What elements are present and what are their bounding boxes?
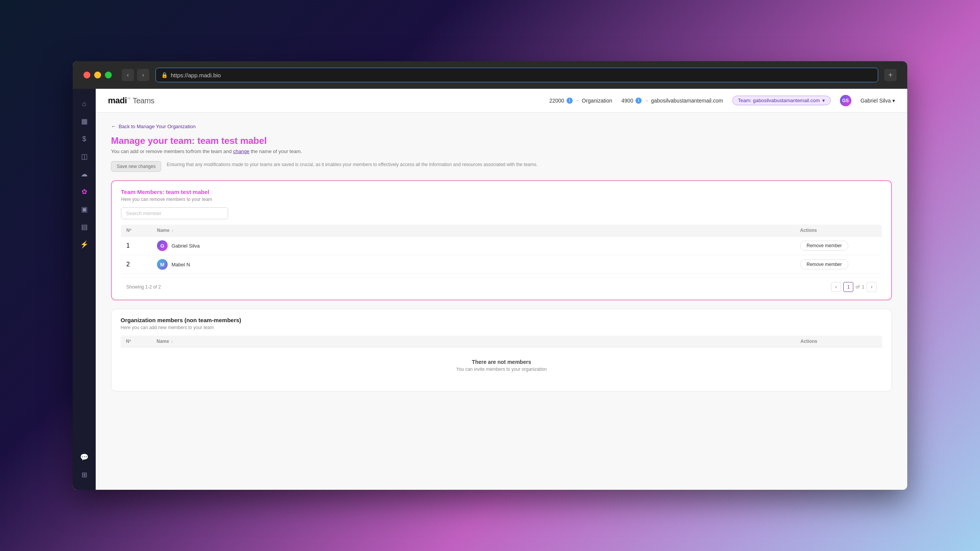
back-button[interactable]: ‹ [122, 69, 134, 81]
team-members-team-name: team test mabel [166, 189, 209, 195]
sidebar-item-grid[interactable]: ⊞ [77, 468, 91, 482]
lock-icon: 🔒 [161, 72, 168, 78]
browser-chrome: ‹ › 🔒 https://app.madi.bio + [73, 61, 907, 89]
top-bar-right: 22000 i → Organization 4900 i → gabosilv… [549, 95, 895, 106]
org-table-header: Nº Name ↕ Actions [121, 336, 882, 347]
stat1-info-icon[interactable]: i [567, 98, 573, 104]
org-members-card: Organization members (non team-members) … [111, 309, 892, 391]
pagination: Showing 1-2 of 2 ‹ 1 of 1 › [121, 277, 882, 292]
arrow-icon: → [575, 98, 580, 103]
user-chevron-icon: ▾ [892, 98, 895, 104]
save-button[interactable]: Save new changes [111, 161, 161, 172]
stat-badge-email: 4900 i → gabosilvabustamantemail.com [621, 98, 723, 104]
sidebar-item-paw[interactable]: ✿ [77, 184, 91, 199]
row1-avatar: G [157, 240, 168, 251]
minimize-traffic-light[interactable] [94, 72, 101, 78]
current-page-button[interactable]: 1 [843, 282, 853, 292]
back-link[interactable]: ← Back to Manage Your Organization [111, 123, 892, 129]
total-pages: 1 [862, 284, 864, 290]
row1-name: Gabriel Silva [172, 243, 200, 249]
prev-page-button[interactable]: ‹ [831, 282, 841, 292]
app-logo: madi™ Teams [108, 96, 154, 106]
row1-number: 1 [126, 242, 157, 249]
top-bar: madi™ Teams 22000 i → Organization 4900 … [96, 89, 907, 112]
row2-name: Mabel N [172, 262, 190, 267]
col-n-header: Nº [126, 228, 157, 233]
app-layout: ⌂ ▦ $ ◫ ☁ ✿ ▣ ▤ ⚡ 💬 ⊞ madi™ Teams [73, 89, 907, 490]
team-badge-label: Team: gabosilvabustamantemail.com [738, 98, 820, 103]
org-sort-icon: ↕ [171, 339, 173, 344]
page-subtitle: You can add or remove members to/from th… [111, 148, 892, 154]
sidebar-item-bolt[interactable]: ⚡ [77, 237, 91, 252]
team-members-card-subtitle: Here you can remove members to your team [121, 197, 882, 202]
main-content: madi™ Teams 22000 i → Organization 4900 … [96, 89, 907, 490]
sort-icon: ↕ [172, 228, 173, 233]
page-content: ← Back to Manage Your Organization Manag… [96, 112, 907, 490]
chevron-down-icon: ▾ [822, 98, 825, 103]
stat2-info-icon[interactable]: i [635, 98, 642, 104]
team-members-card-title: Team Members: team test mabel [121, 189, 882, 195]
stat2-value: 4900 [621, 98, 633, 104]
row2-number: 2 [126, 261, 157, 268]
new-tab-button[interactable]: + [884, 69, 897, 81]
url-text: https://app.madi.bio [171, 72, 221, 78]
of-label: of [856, 284, 859, 290]
remove-member-button-1[interactable]: Remove member [800, 241, 848, 251]
org-col-n-header: Nº [126, 339, 157, 344]
sidebar-bottom: 💬 ⊞ [77, 450, 91, 482]
team-members-card: Team Members: team test mabel Here you c… [111, 180, 892, 300]
team-name-highlight: team test mabel [197, 135, 266, 146]
org-members-card-title: Organization members (non team-members) [121, 317, 882, 323]
team-badge[interactable]: Team: gabosilvabustamantemail.com ▾ [732, 96, 831, 105]
arrow2-icon: → [644, 98, 648, 103]
empty-state: There are not members You can invite mem… [121, 347, 882, 383]
members-table-header: Nº Name ↕ Actions [121, 225, 882, 236]
change-name-link[interactable]: change [233, 148, 250, 154]
col-actions-header: Actions [800, 228, 877, 233]
page-title: Manage your team: team test mabel [111, 135, 892, 146]
sidebar: ⌂ ▦ $ ◫ ☁ ✿ ▣ ▤ ⚡ 💬 ⊞ [73, 89, 96, 490]
stat1-label: Organization [582, 98, 612, 104]
save-bar: Save new changes Ensuring that any modif… [111, 161, 892, 172]
sidebar-item-chat[interactable]: 💬 [77, 450, 91, 465]
table-row: 1 G Gabriel Silva Remove member [121, 236, 882, 255]
sidebar-item-cloud[interactable]: ☁ [77, 167, 91, 181]
sidebar-item-chart[interactable]: ▦ [77, 114, 91, 129]
showing-text: Showing 1-2 of 2 [126, 284, 161, 290]
back-arrow-icon: ← [111, 123, 116, 129]
close-traffic-light[interactable] [83, 72, 90, 78]
col-name-header: Name ↕ [157, 228, 800, 233]
row2-avatar: M [157, 259, 168, 270]
row2-member-cell: M Mabel N [157, 259, 800, 270]
browser-window: ‹ › 🔒 https://app.madi.bio + ⌂ ▦ $ ◫ ☁ ✿… [73, 61, 907, 490]
sidebar-item-layers[interactable]: ▣ [77, 202, 91, 217]
sidebar-item-card[interactable]: ▤ [77, 220, 91, 234]
address-bar[interactable]: 🔒 https://app.madi.bio [155, 68, 878, 82]
table-row: 2 M Mabel N Remove member [121, 255, 882, 274]
org-members-card-subtitle: Here you can add new members to your tea… [121, 325, 882, 330]
stat2-email: gabosilvabustamantemail.com [651, 98, 723, 104]
sidebar-item-monitor[interactable]: ◫ [77, 149, 91, 164]
fullscreen-traffic-light[interactable] [105, 72, 112, 78]
stat-badge-org: 22000 i → Organization [549, 98, 612, 104]
stat1-value: 22000 [549, 98, 564, 104]
remove-member-button-2[interactable]: Remove member [800, 259, 848, 269]
page-controls: ‹ 1 of 1 › [831, 282, 877, 292]
org-col-actions-header: Actions [800, 339, 877, 344]
org-col-name-header: Name ↕ [157, 339, 800, 344]
nav-buttons: ‹ › [122, 69, 149, 81]
row2-actions: Remove member [800, 259, 877, 269]
save-hint: Ensuring that any modifications made to … [167, 161, 537, 168]
forward-button[interactable]: › [137, 69, 149, 81]
user-avatar: GS [840, 95, 851, 106]
search-member-input[interactable] [121, 207, 228, 219]
row1-member-cell: G Gabriel Silva [157, 240, 800, 251]
row1-actions: Remove member [800, 241, 877, 251]
empty-subtitle: You can invite members to your organizat… [121, 367, 882, 372]
next-page-button[interactable]: › [867, 282, 877, 292]
user-name-button[interactable]: Gabriel Silva ▾ [861, 98, 895, 104]
sidebar-item-dollar[interactable]: $ [77, 132, 91, 146]
traffic-lights [83, 72, 112, 78]
empty-title: There are not members [121, 359, 882, 365]
sidebar-item-home[interactable]: ⌂ [77, 96, 91, 111]
